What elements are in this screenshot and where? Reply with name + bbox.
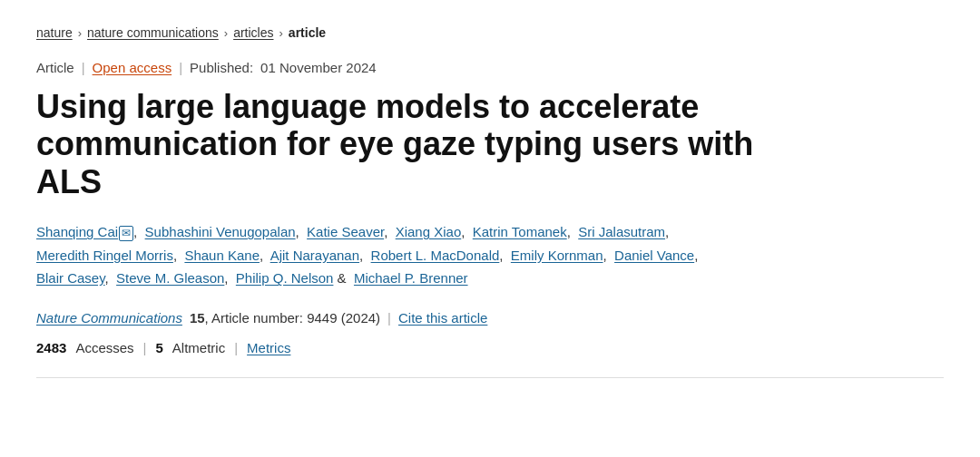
author-steve[interactable]: Steve M. Gleason bbox=[116, 270, 224, 286]
article-title: Using large language models to accelerat… bbox=[36, 88, 780, 200]
breadcrumb-nature-communications[interactable]: nature communications bbox=[87, 25, 219, 40]
article-year: 2024 bbox=[346, 310, 376, 326]
accesses-count: 2483 bbox=[36, 340, 66, 355]
author-katrin[interactable]: Katrin Tomanek bbox=[473, 224, 567, 239]
article-label: Article number: bbox=[211, 310, 303, 326]
author-xiang[interactable]: Xiang Xiao bbox=[396, 224, 462, 239]
breadcrumb-current: article bbox=[289, 25, 326, 40]
breadcrumb-sep-1: › bbox=[78, 26, 82, 40]
author-ajit[interactable]: Ajit Narayanan bbox=[270, 248, 359, 263]
breadcrumb-sep-3: › bbox=[279, 26, 283, 40]
journal-volume: 15 bbox=[190, 310, 205, 326]
published-label: Published: bbox=[190, 60, 253, 75]
stats-divider-2: | bbox=[234, 340, 238, 355]
bottom-divider bbox=[36, 377, 944, 378]
author-robert[interactable]: Robert L. MacDonald bbox=[371, 248, 500, 263]
breadcrumb-nature[interactable]: nature bbox=[36, 25, 73, 40]
author-philip[interactable]: Philip Q. Nelson bbox=[236, 270, 334, 286]
cite-this-article-link[interactable]: Cite this article bbox=[398, 310, 487, 326]
meta-divider-1: | bbox=[82, 60, 85, 75]
stats-divider-1: | bbox=[143, 340, 147, 355]
authors-list: Shanqing Cai✉, Subhashini Venugopalan, K… bbox=[36, 220, 853, 290]
article-meta: Article | Open access | Published: 01 No… bbox=[36, 60, 944, 75]
open-access-link[interactable]: Open access bbox=[93, 60, 172, 75]
article-type: Article bbox=[36, 60, 74, 75]
metrics-link[interactable]: Metrics bbox=[247, 340, 290, 355]
author-subhashini[interactable]: Subhashini Venugopalan bbox=[145, 224, 296, 239]
published-date: 01 November 2024 bbox=[260, 60, 377, 75]
article-stats: 2483 Accesses | 5 Altmetric | Metrics bbox=[36, 340, 944, 355]
email-icon: ✉ bbox=[119, 226, 133, 241]
journal-info: Nature Communications 15, Article number… bbox=[36, 310, 944, 326]
journal-details: 15, Article number: 9449 (2024) bbox=[190, 310, 380, 326]
meta-divider-2: | bbox=[179, 60, 182, 75]
author-sri[interactable]: Sri Jalasutram bbox=[578, 224, 665, 239]
breadcrumb: nature › nature communications › article… bbox=[36, 25, 944, 40]
journal-divider: | bbox=[387, 310, 391, 326]
article-number: 9449 bbox=[307, 310, 337, 326]
author-katie[interactable]: Katie Seaver bbox=[307, 224, 384, 239]
author-meredith[interactable]: Meredith Ringel Morris bbox=[36, 248, 173, 263]
author-michael[interactable]: Michael P. Brenner bbox=[354, 270, 468, 286]
author-shanqing-cai[interactable]: Shanqing Cai bbox=[36, 224, 118, 239]
author-emily[interactable]: Emily Kornman bbox=[511, 248, 603, 263]
author-blair[interactable]: Blair Casey bbox=[36, 270, 105, 286]
accesses-label: Accesses bbox=[75, 340, 133, 355]
altmetric-count: 5 bbox=[155, 340, 162, 355]
breadcrumb-articles[interactable]: articles bbox=[233, 25, 273, 40]
breadcrumb-sep-2: › bbox=[224, 26, 228, 40]
author-shaun[interactable]: Shaun Kane bbox=[184, 248, 260, 263]
journal-name-link[interactable]: Nature Communications bbox=[36, 310, 182, 326]
author-daniel[interactable]: Daniel Vance bbox=[614, 248, 694, 263]
altmetric-label: Altmetric bbox=[172, 340, 225, 355]
